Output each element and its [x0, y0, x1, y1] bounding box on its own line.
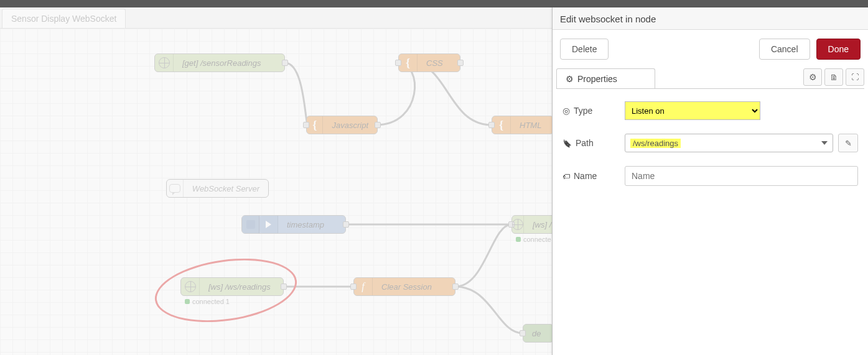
flow-workspace: Sensor Display WebSocket [get] /sensorRe…: [0, 7, 552, 355]
panel-actions: Delete Cancel Done: [553, 30, 868, 68]
wires-layer: [0, 29, 552, 355]
node-debug[interactable]: de: [523, 324, 554, 343]
node-output-port[interactable]: [281, 284, 287, 290]
edit-path-button[interactable]: [838, 134, 858, 152]
node-output-port[interactable]: [452, 284, 459, 290]
appearance-button[interactable]: [846, 68, 864, 86]
globe-icon: [512, 216, 524, 233]
node-inject[interactable]: timestamp: [241, 215, 346, 234]
properties-tab[interactable]: Properties: [556, 68, 655, 88]
tag-icon: [562, 171, 570, 181]
node-input-port[interactable]: [520, 330, 526, 336]
name-label: Name: [562, 171, 625, 181]
done-button[interactable]: Done: [816, 39, 861, 60]
arrow-icon: [259, 216, 278, 233]
node-input-port[interactable]: [395, 60, 401, 66]
path-label: Path: [562, 138, 625, 148]
app-topbar: [0, 0, 868, 7]
name-input[interactable]: [625, 166, 858, 186]
template-icon: {: [399, 54, 418, 71]
node-output-port[interactable]: [343, 221, 349, 228]
panel-tabs: Properties: [556, 68, 864, 89]
target-icon: [562, 106, 570, 116]
properties-form: Type Listen on Path /ws/readings Name: [553, 89, 868, 212]
bookmark-icon: [562, 138, 572, 148]
description-button[interactable]: [824, 68, 843, 86]
node-output-port[interactable]: [282, 60, 288, 66]
globe-icon: [181, 278, 200, 295]
node-template-js[interactable]: { Javascript: [306, 116, 378, 134]
panel-title: Edit websocket in node: [553, 7, 868, 30]
node-websocket-in[interactable]: [ws] /ws/readings connected 1: [180, 277, 284, 296]
type-label: Type: [562, 106, 625, 116]
node-input-port[interactable]: [303, 122, 309, 128]
workspace-tab-active[interactable]: Sensor Display WebSocket: [2, 9, 126, 28]
edit-panel: Edit websocket in node Delete Cancel Don…: [552, 7, 868, 355]
chevron-down-icon: [821, 141, 828, 145]
node-websocket-out[interactable]: [ws] / connecte: [511, 215, 555, 234]
comment-icon: [167, 180, 184, 197]
node-status: connected 1: [185, 298, 230, 305]
flow-canvas[interactable]: [get] /sensorReadings { CSS { Javascript…: [0, 29, 552, 355]
node-template-css[interactable]: { CSS: [398, 53, 460, 72]
settings-button[interactable]: [803, 68, 822, 86]
node-template-html[interactable]: { HTML: [492, 116, 554, 134]
cancel-button[interactable]: Cancel: [759, 39, 810, 60]
type-select[interactable]: Listen on: [625, 101, 760, 120]
node-input-port[interactable]: [350, 284, 357, 290]
node-output-port[interactable]: [375, 122, 381, 128]
node-status: connecte: [516, 236, 551, 243]
workspace-tabs: Sensor Display WebSocket: [0, 7, 552, 29]
node-http-in[interactable]: [get] /sensorReadings: [154, 53, 285, 72]
template-icon: {: [492, 116, 511, 134]
inject-button[interactable]: [242, 216, 259, 233]
globe-icon: [155, 54, 174, 71]
delete-button[interactable]: Delete: [560, 39, 609, 60]
gear-icon: [566, 74, 574, 84]
function-icon: f: [354, 278, 373, 295]
node-output-port[interactable]: [457, 60, 464, 66]
node-input-port[interactable]: [488, 122, 495, 128]
path-select[interactable]: /ws/readings: [625, 134, 833, 152]
node-comment[interactable]: WebSocket Server: [166, 179, 269, 198]
node-function[interactable]: f Clear Session: [353, 277, 455, 296]
